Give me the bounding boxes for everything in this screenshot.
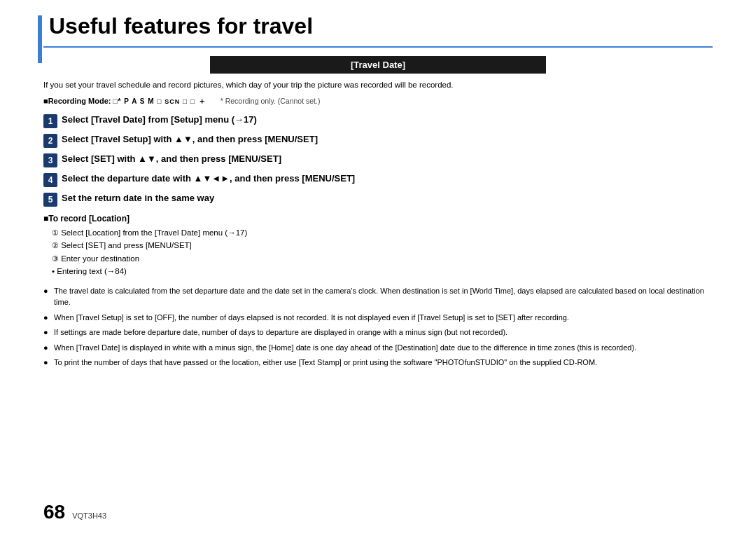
step-text-4: Select the departure date with ▲▼◄►, and… <box>62 172 355 185</box>
page: Useful features for travel [Travel Date]… <box>0 0 756 536</box>
section-header-wrapper: [Travel Date] <box>43 56 713 74</box>
step-3: 3 Select [SET] with ▲▼, and then press [… <box>43 153 713 167</box>
content-area: Useful features for travel [Travel Date]… <box>43 0 713 369</box>
location-title: ■To record [Location] <box>43 214 713 224</box>
step-text-1: Select [Travel Date] from [Setup] menu (… <box>62 114 257 126</box>
step-text-3: Select [SET] with ▲▼, and then press [ME… <box>62 153 281 165</box>
note-bullet-3: ● <box>43 327 52 338</box>
header-section: Useful features for travel <box>43 13 713 48</box>
step-number-4: 4 <box>43 173 57 187</box>
page-number: 68 <box>43 502 65 522</box>
intro-text: If you set your travel schedule and reco… <box>43 79 713 91</box>
note-2: ● When [Travel Setup] is set to [OFF], t… <box>43 312 713 324</box>
note-5: ● To print the number of days that have … <box>43 357 713 369</box>
doc-code: VQT3H43 <box>72 511 106 522</box>
note-4: ● When [Travel Date] is displayed in whi… <box>43 342 713 354</box>
step-2: 2 Select [Travel Setup] with ▲▼, and the… <box>43 133 713 148</box>
steps-container: 1 Select [Travel Date] from [Setup] menu… <box>43 114 713 207</box>
note-bullet-2: ● <box>43 312 52 324</box>
note-text-5: To print the number of days that have pa… <box>54 357 597 369</box>
step-number-1: 1 <box>43 114 57 128</box>
recording-mode-label: ■Recording Mode: □* P A S M □ SCN □ □ ＋ <box>43 96 206 106</box>
section-header: [Travel Date] <box>210 56 546 74</box>
notes-section: ● The travel date is calculated from the… <box>43 285 713 369</box>
mode-icons: □* P A S M □ SCN □ □ ＋ <box>113 97 206 105</box>
note-bullet-4: ● <box>43 342 52 354</box>
location-item-4: • Entering text (→84) <box>43 265 713 277</box>
recording-mode-line: ■Recording Mode: □* P A S M □ SCN □ □ ＋ … <box>43 96 713 106</box>
location-section: ■To record [Location] ① Select [Location… <box>43 214 713 278</box>
step-4: 4 Select the departure date with ▲▼◄►, a… <box>43 172 713 187</box>
location-item-1: ① Select [Location] from the [Travel Dat… <box>43 226 713 240</box>
footer: 68 VQT3H43 <box>43 502 713 522</box>
step-text-5: Set the return date in the same way <box>62 192 214 205</box>
page-title: Useful features for travel <box>43 13 713 39</box>
step-number-2: 2 <box>43 134 57 148</box>
note-3: ● If settings are made before departure … <box>43 327 713 338</box>
note-text-2: When [Travel Setup] is set to [OFF], the… <box>54 312 569 324</box>
blue-accent-bar <box>38 15 42 63</box>
note-bullet-5: ● <box>43 357 52 369</box>
note-text-4: When [Travel Date] is displayed in white… <box>54 342 636 354</box>
step-1: 1 Select [Travel Date] from [Setup] menu… <box>43 114 713 128</box>
note-text-1: The travel date is calculated from the s… <box>54 285 713 308</box>
step-text-2: Select [Travel Setup] with ▲▼, and then … <box>62 133 318 146</box>
step-number-3: 3 <box>43 153 57 167</box>
location-item-2: ② Select [SET] and press [MENU/SET] <box>43 239 713 252</box>
location-item-3: ③ Enter your destination <box>43 252 713 266</box>
note-1: ● The travel date is calculated from the… <box>43 285 713 308</box>
note-text-3: If settings are made before departure da… <box>54 327 507 338</box>
step-5: 5 Set the return date in the same way <box>43 192 713 207</box>
note-bullet-1: ● <box>43 285 52 297</box>
location-list: ① Select [Location] from the [Travel Dat… <box>43 226 713 278</box>
recording-note: * Recording only. (Cannot set.) <box>220 97 321 105</box>
step-number-5: 5 <box>43 193 57 207</box>
